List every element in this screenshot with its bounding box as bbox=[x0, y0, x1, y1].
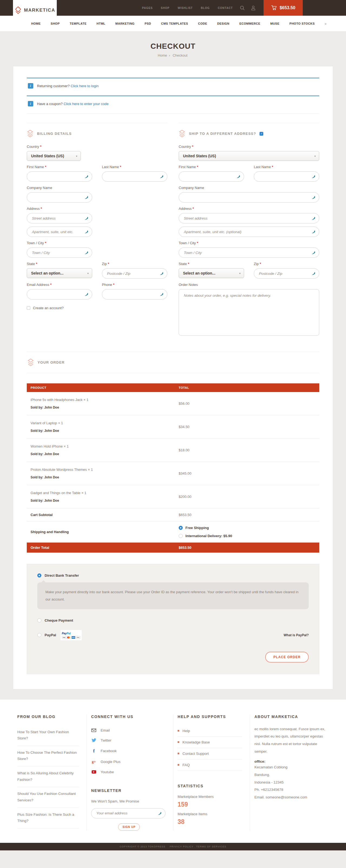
cart-button[interactable]: $653.50 bbox=[264, 0, 303, 16]
nav-photo-stocks[interactable]: PHOTO STOCKS bbox=[289, 22, 315, 25]
blog-post-link[interactable]: Plus Size Fashion: Is There Such a Thing… bbox=[17, 808, 79, 829]
shipping-street-input[interactable] bbox=[184, 216, 309, 220]
layers-icon bbox=[27, 130, 34, 137]
breadcrumb-home[interactable]: Home bbox=[158, 53, 167, 57]
shipping-state-select[interactable]: Select an option...▾ bbox=[179, 268, 244, 278]
ship-different-checkbox[interactable]: ✓ bbox=[260, 132, 263, 136]
login-link[interactable]: Click here to login bbox=[71, 84, 98, 88]
bank-transfer-label: Direct Bank Transfer bbox=[45, 574, 79, 578]
nav-cms-templates[interactable]: CMS TEMPLATES bbox=[161, 22, 188, 25]
facebook-icon: f bbox=[91, 748, 97, 754]
create-account-checkbox[interactable] bbox=[27, 306, 30, 310]
social-link-youtube[interactable]: ▶ Youtube bbox=[91, 767, 166, 777]
billing-phone-input[interactable] bbox=[107, 292, 157, 297]
shipping-company-input[interactable] bbox=[184, 195, 309, 199]
signup-button[interactable]: SIGN UP bbox=[118, 823, 140, 831]
nav-muse[interactable]: MUSE bbox=[270, 22, 279, 25]
free-shipping-label: Free Shipping bbox=[185, 526, 209, 530]
product-seller: Sold by: John Doe bbox=[31, 429, 179, 433]
blog-post-link[interactable]: How To Start Your Own Fashion Store? bbox=[17, 725, 79, 746]
free-shipping-radio[interactable] bbox=[179, 526, 183, 530]
autofill-icon bbox=[84, 230, 89, 234]
social-link-facebook[interactable]: f Facebook bbox=[91, 745, 166, 757]
top-nav-shop[interactable]: SHOP bbox=[161, 6, 170, 9]
shipping-first-name-input[interactable] bbox=[184, 175, 234, 179]
cheque-payment-radio[interactable] bbox=[37, 618, 41, 622]
shipping-company-label: Company Name bbox=[179, 186, 319, 190]
tag-icon bbox=[14, 6, 22, 14]
newsletter-email-input[interactable] bbox=[96, 811, 155, 815]
bank-transfer-radio[interactable] bbox=[37, 574, 41, 578]
billing-company-input[interactable] bbox=[32, 195, 82, 199]
billing-last-name-input[interactable] bbox=[107, 175, 157, 179]
help-link[interactable]: Contact Support bbox=[178, 748, 242, 760]
shipping-handling-row: Shipping and Handling Free Shipping Inte… bbox=[27, 522, 319, 542]
twitter-icon bbox=[91, 738, 97, 742]
help-link[interactable]: Knowladge Base bbox=[178, 737, 242, 748]
your-order-heading-row: YOUR ORDER bbox=[27, 352, 319, 373]
stat-value: 159 bbox=[178, 801, 242, 808]
shipping-apartment-input[interactable] bbox=[184, 230, 309, 234]
paypal-radio[interactable] bbox=[37, 633, 41, 637]
billing-first-name-input[interactable] bbox=[32, 175, 82, 179]
social-link-twitter[interactable]: Twitter bbox=[91, 735, 166, 745]
subtotal-value: $653.50 bbox=[179, 513, 315, 517]
nav-home[interactable]: HOME bbox=[31, 22, 41, 25]
nav-shop[interactable]: SHOP bbox=[51, 22, 60, 25]
product-total: $34.50 bbox=[179, 425, 315, 429]
chevron-down-icon: ▾ bbox=[87, 272, 89, 275]
blog-post-link[interactable]: Should You Use Fashion Consultant Servic… bbox=[17, 787, 79, 808]
billing-email-input[interactable] bbox=[32, 292, 82, 297]
product-name: Women Hold iPhone × 1 bbox=[31, 444, 179, 448]
discover-icon: DISC bbox=[76, 636, 80, 639]
shipping-zip-input[interactable] bbox=[259, 272, 309, 276]
nav-html[interactable]: HTML bbox=[97, 22, 105, 25]
billing-zip-input[interactable] bbox=[107, 272, 157, 276]
social-link-email[interactable]: Email bbox=[91, 725, 166, 735]
billing-apartment-input[interactable] bbox=[32, 230, 82, 234]
brand-logo[interactable]: MARKETICA bbox=[13, 0, 57, 21]
social-link-googleplus[interactable]: g+ Google Plus bbox=[91, 757, 166, 767]
place-order-button[interactable]: PLACE ORDER bbox=[265, 652, 309, 662]
shipping-first-name-label: First Name * bbox=[179, 165, 244, 169]
nav-code[interactable]: CODE bbox=[198, 22, 207, 25]
nav-design[interactable]: DESIGN bbox=[217, 22, 230, 25]
account-icon[interactable] bbox=[251, 5, 256, 10]
shipping-country-select[interactable]: United States (US)▾ bbox=[179, 151, 319, 161]
col-total: TOTAL bbox=[179, 386, 315, 389]
international-delivery-radio[interactable] bbox=[179, 534, 183, 538]
blog-post-link[interactable]: What is So Alluring About Celebrity Fash… bbox=[17, 767, 79, 787]
ship-different-heading: SHIP TO A DIFFERENT ADDRESS? bbox=[189, 131, 256, 136]
billing-town-input[interactable] bbox=[32, 251, 82, 255]
nav-psd[interactable]: PSD bbox=[145, 22, 151, 25]
bullet-icon bbox=[178, 764, 179, 766]
search-icon[interactable] bbox=[240, 5, 245, 10]
billing-street-input[interactable] bbox=[32, 216, 82, 220]
nav-marketing[interactable]: MARKETING bbox=[115, 22, 135, 25]
top-nav-pages[interactable]: PAGES bbox=[142, 6, 153, 9]
order-total-value: $653.50 bbox=[179, 546, 315, 550]
breadcrumb-separator: › bbox=[169, 53, 170, 57]
top-nav-blog[interactable]: BLOG bbox=[201, 6, 210, 9]
product-seller: Sold by: John Doe bbox=[31, 499, 179, 502]
order-notes-textarea[interactable] bbox=[179, 289, 319, 336]
shipping-last-name-input[interactable] bbox=[259, 175, 309, 179]
top-nav-contact[interactable]: CONTACT bbox=[218, 6, 233, 9]
help-link[interactable]: Help bbox=[178, 725, 242, 737]
legal-links[interactable]: PRIVACY POLICY . TERMS OF SERVICES bbox=[170, 845, 226, 848]
what-is-paypal-link[interactable]: What is PayPal? bbox=[283, 633, 309, 637]
nav-ecommerce[interactable]: ECOMMERCE bbox=[240, 22, 260, 25]
coupon-link[interactable]: Click here to enter your code bbox=[64, 102, 108, 106]
nav-more-icon[interactable]: » bbox=[325, 22, 326, 26]
amex-icon: AMEX bbox=[71, 636, 76, 639]
billing-state-select[interactable]: Select an option...▾ bbox=[27, 268, 92, 278]
help-link[interactable]: FAQ bbox=[178, 760, 242, 771]
shipping-town-input[interactable] bbox=[184, 251, 309, 255]
autofill-icon bbox=[311, 272, 316, 275]
blog-post-link[interactable]: How To Choose The Perfect Fashion Store? bbox=[17, 746, 79, 767]
bullet-icon bbox=[178, 753, 179, 754]
billing-country-select[interactable]: United States (US)▾ bbox=[27, 151, 81, 161]
nav-template[interactable]: TEMPLATE bbox=[70, 22, 86, 25]
top-nav-wishlist[interactable]: WISHLIST bbox=[178, 6, 193, 9]
copyright-bar: COPYRIGHT © 2013 TOKOPRESS PRIVACY POLIC… bbox=[0, 843, 346, 850]
